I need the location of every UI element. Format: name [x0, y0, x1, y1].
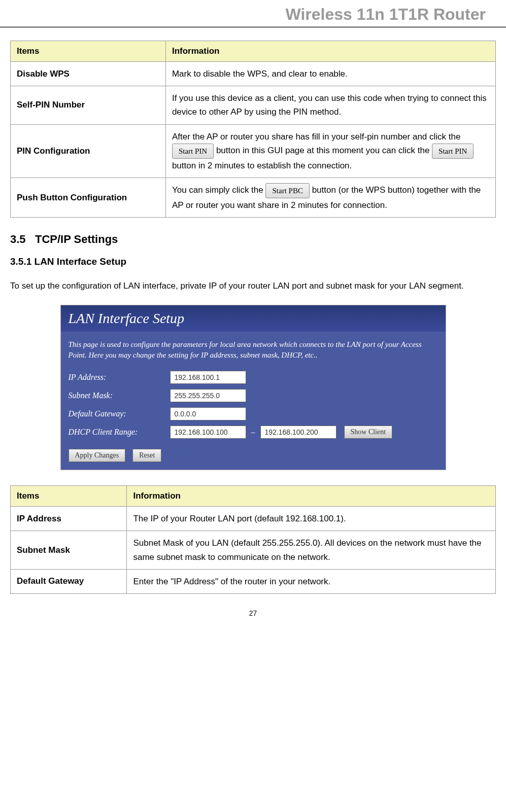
ip-address-label: IP Address:: [69, 373, 170, 382]
info-cell: Subnet Mask of you LAN (default 255.255.…: [127, 531, 496, 569]
button-row: Apply Changes Reset: [69, 449, 438, 462]
start-pin-button[interactable]: Start PIN: [432, 144, 474, 159]
subnet-mask-row: Subnet Mask:: [69, 389, 438, 402]
info-cell: Enter the "IP Address" of the router in …: [127, 569, 496, 593]
screenshot-body: This page is used to configure the param…: [61, 332, 446, 470]
info-cell: The IP of your Router LAN port (default …: [127, 507, 496, 531]
subnet-mask-label: Subnet Mask:: [69, 391, 170, 400]
info-cell: If you use this device as a client, you …: [165, 86, 495, 124]
dhcp-end-input[interactable]: [260, 426, 336, 439]
screenshot-description: This page is used to configure the param…: [69, 339, 438, 361]
lan-info-table: Items Information IP Address The IP of y…: [10, 485, 496, 594]
subnet-mask-input[interactable]: [170, 389, 246, 402]
page-number: 27: [0, 609, 506, 622]
content-area: Items Information Disable WPS Mark to di…: [0, 41, 506, 594]
start-pbc-button[interactable]: Start PBC: [265, 183, 309, 198]
table-row: Disable WPS Mark to disable the WPS, and…: [11, 62, 496, 86]
table-row: Subnet Mask Subnet Mask of you LAN (defa…: [11, 531, 496, 569]
wps-table: Items Information Disable WPS Mark to di…: [10, 41, 496, 218]
section-number: 3.5: [10, 233, 26, 245]
subsection-title: LAN Interface Setup: [35, 256, 127, 267]
ip-address-input[interactable]: [170, 371, 246, 384]
table-header-info: Information: [165, 41, 495, 62]
subsection-heading: 3.5.1 LAN Interface Setup: [10, 256, 496, 267]
default-gateway-input[interactable]: [170, 407, 246, 420]
item-cell: Subnet Mask: [11, 531, 127, 569]
text-part: button in this GUI page at this moment y…: [216, 146, 432, 155]
item-cell: Push Button Configuration: [11, 178, 166, 217]
item-cell: Disable WPS: [11, 62, 166, 86]
show-client-button[interactable]: Show Client: [344, 426, 393, 439]
ip-address-row: IP Address:: [69, 371, 438, 384]
table-row: IP Address The IP of your Router LAN por…: [11, 507, 496, 531]
intro-paragraph: To set up the configuration of LAN inter…: [10, 277, 496, 295]
table-row: Self-PIN Number If you use this device a…: [11, 86, 496, 124]
table-row: PIN Configuration After the AP or router…: [11, 124, 496, 178]
dhcp-start-input[interactable]: [170, 426, 246, 439]
text-part: button in 2 minutes to establish the con…: [172, 161, 352, 170]
dhcp-range-row: DHCP Client Range: – Show Client: [69, 426, 438, 439]
info-cell: After the AP or router you share has fil…: [165, 124, 495, 178]
default-gateway-label: Default Gateway:: [69, 409, 170, 418]
dhcp-range-label: DHCP Client Range:: [69, 428, 170, 437]
item-cell: Default Gateway: [11, 569, 127, 593]
info-cell: You can simply click the Start PBC butto…: [165, 178, 495, 217]
table-row: Default Gateway Enter the "IP Address" o…: [11, 569, 496, 593]
subsection-number: 3.5.1: [10, 256, 31, 267]
lan-setup-screenshot: LAN Interface Setup This page is used to…: [60, 305, 446, 470]
default-gateway-row: Default Gateway:: [69, 407, 438, 420]
start-pin-button[interactable]: Start PIN: [172, 144, 214, 159]
text-part: After the AP or router you share has fil…: [172, 132, 461, 142]
table-header-items: Items: [11, 41, 166, 62]
section-title: TCP/IP Settings: [35, 233, 118, 245]
page-header: Wireless 11n 1T1R Router: [0, 0, 506, 28]
item-cell: PIN Configuration: [11, 124, 166, 178]
text-part: You can simply click the: [172, 185, 266, 195]
apply-changes-button[interactable]: Apply Changes: [69, 449, 126, 462]
dash-separator: –: [251, 428, 255, 437]
table-row: Push Button Configuration You can simply…: [11, 178, 496, 217]
reset-button[interactable]: Reset: [132, 449, 161, 462]
item-cell: IP Address: [11, 507, 127, 531]
section-heading: 3.5 TCP/IP Settings: [10, 233, 496, 246]
info-cell: Mark to disable the WPS, and clear to en…: [165, 62, 495, 86]
item-cell: Self-PIN Number: [11, 86, 166, 124]
table-header-info: Information: [127, 486, 496, 507]
screenshot-title: LAN Interface Setup: [61, 305, 446, 332]
table-header-items: Items: [11, 486, 127, 507]
